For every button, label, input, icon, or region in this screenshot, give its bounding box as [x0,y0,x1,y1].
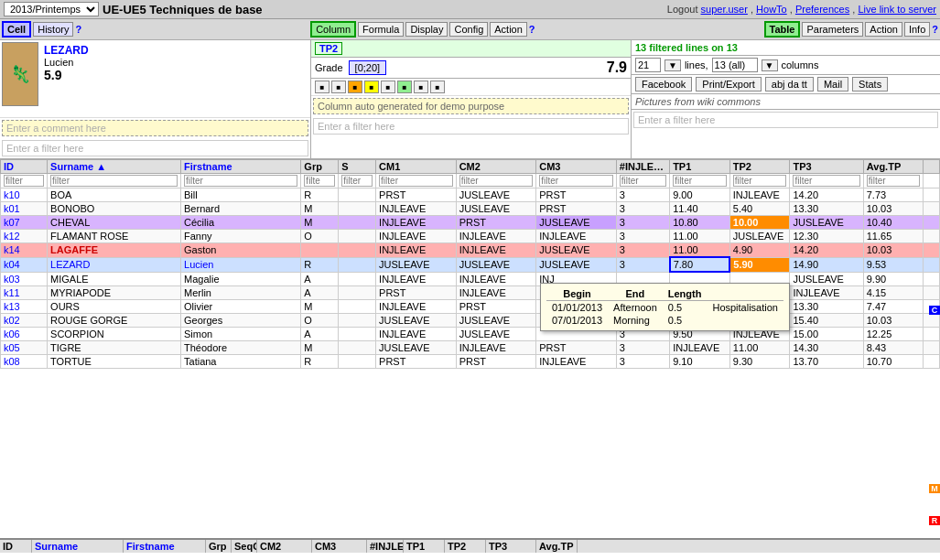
cell-avg[interactable]: 10.70 [863,354,924,368]
display-button[interactable]: Display [405,22,448,37]
cell-s[interactable] [339,257,376,272]
header-grp[interactable]: Grp [301,160,339,174]
cell-cm3[interactable]: JUSLEAVE [536,257,617,272]
cell-tp1[interactable]: 10.80 [670,216,730,230]
table-row[interactable]: k11MYRIAPODEMerlinAPRSTINJLEAVEINJINJLEA… [1,285,940,299]
cell-s[interactable] [339,285,376,299]
howto-link[interactable]: HowTo [756,4,787,15]
table-row[interactable]: k10BOABillRPRSTJUSLEAVEPRST39.00INJLEAVE… [1,188,940,202]
filter-inj[interactable] [620,175,666,187]
cell-tp2[interactable]: 4.90 [729,243,790,258]
cell-tp3[interactable]: 14.90 [790,257,863,272]
cell-cm3[interactable]: PRST [536,202,617,216]
live-link[interactable]: Live link to server [858,4,936,15]
cell-cm1[interactable]: JUSLEAVE [376,340,457,354]
lines-down-btn[interactable]: ▼ [664,59,681,71]
cell-tp3[interactable]: 14.20 [790,243,863,258]
comment-input[interactable]: Enter a comment here [2,120,308,136]
icon5[interactable]: ■ [381,81,395,93]
cell-surname[interactable]: MIGALE [48,272,181,285]
cell-s[interactable] [339,299,376,313]
cell-cm1[interactable]: PRST [376,354,457,368]
help3[interactable]: ? [932,24,938,35]
cell-tp2[interactable]: 10.00 [729,216,790,230]
cell-id[interactable]: k11 [1,285,48,299]
cell-tp3[interactable]: 13.30 [790,202,863,216]
action2-button[interactable]: Action [865,22,902,37]
mid-filter-input[interactable]: Enter a filter here [313,118,629,135]
cell-cm1[interactable]: INJLEAVE [376,327,457,340]
icon3[interactable]: ■ [348,81,362,93]
cell-cm3[interactable]: INJLEAVE [536,354,617,368]
right-filter-input[interactable]: Enter a filter here [633,112,938,128]
cell-cm1[interactable]: INJLEAVE [376,299,457,313]
cell-grp[interactable]: M [301,340,339,354]
cell-cm3[interactable]: JUSLEAVE [536,216,617,230]
cell-cm2[interactable]: PRST [456,299,536,313]
period-selector[interactable]: 2013/Printemps [4,2,99,16]
cell-tp1[interactable]: 7.80 [670,257,730,272]
cell-cm2[interactable]: JUSLEAVE [456,188,536,202]
cell-avg[interactable]: 12.25 [863,327,924,340]
help2[interactable]: ? [529,24,535,35]
cell-tp3[interactable]: 13.30 [790,299,863,313]
cell-id[interactable]: k01 [1,202,48,216]
cell-tp2[interactable]: 5.90 [729,257,790,272]
cell-id[interactable]: k14 [1,243,48,258]
header-tp2[interactable]: TP2 [729,160,790,174]
header-firstname[interactable]: Firstname [181,160,301,174]
cell-s[interactable] [339,354,376,368]
cell-s[interactable] [339,340,376,354]
cell-surname[interactable]: MYRIAPODE [48,285,181,299]
table-row[interactable]: k13OURSOlivierMINJLEAVEPRSTPR13.307.47 [1,299,940,313]
icon7[interactable]: ■ [414,81,428,93]
cell-tp3[interactable]: 14.20 [790,188,863,202]
filter-cm1[interactable] [379,175,453,187]
cell-cm1[interactable]: INJLEAVE [376,202,457,216]
table-row[interactable]: k07CHEVALCéciliaMINJLEAVEPRSTJUSLEAVE310… [1,216,940,230]
left-filter-input[interactable]: Enter a filter here [2,140,308,156]
cell-avg[interactable]: 4.15 [863,285,924,299]
cell-surname[interactable]: BONOBO [48,202,181,216]
cell-firstname[interactable]: Olivier [181,299,301,313]
lines-input[interactable] [635,58,661,72]
cell-inj[interactable]: 3 [616,216,669,230]
cell-tp1[interactable]: 11.40 [670,202,730,216]
cell-s[interactable] [339,243,376,258]
cell-firstname[interactable]: Tatiana [181,354,301,368]
cell-tp2[interactable]: JUSLEAVE [729,230,790,243]
help1[interactable]: ? [75,24,81,35]
cell-inj[interactable]: 3 [616,202,669,216]
cell-grp[interactable]: M [301,299,339,313]
cell-firstname[interactable]: Bill [181,188,301,202]
cell-tp1[interactable]: 11.00 [670,230,730,243]
cell-firstname[interactable]: Merlin [181,285,301,299]
cell-tp2[interactable]: 5.40 [729,202,790,216]
cell-firstname[interactable]: Magalie [181,272,301,285]
cell-surname[interactable]: CHEVAL [48,216,181,230]
cell-tp1[interactable]: 9.00 [670,188,730,202]
filter-firstname[interactable] [184,175,297,187]
cell-id[interactable]: k07 [1,216,48,230]
cell-grp[interactable]: A [301,272,339,285]
cell-grp[interactable]: R [301,257,339,272]
cell-avg[interactable]: 10.03 [863,202,924,216]
cell-firstname[interactable]: Georges [181,313,301,327]
table-row[interactable]: k14LAGAFFEGastonINJLEAVEINJLEAVEJUSLEAVE… [1,243,940,258]
cell-tp3[interactable]: 12.30 [790,230,863,243]
cell-grp[interactable]: O [301,313,339,327]
cell-cm3[interactable]: PRST [536,188,617,202]
table-row[interactable]: k04LEZARDLucienRJUSLEAVEJUSLEAVEJUSLEAVE… [1,257,940,272]
cell-tp1[interactable]: 9.10 [670,354,730,368]
cell-firstname[interactable]: Gaston [181,243,301,258]
cell-surname[interactable]: LAGAFFE [48,243,181,258]
table-row[interactable]: k03MIGALEMagalieAINJLEAVEINJLEAVEINJJUSL… [1,272,940,285]
cell-surname[interactable]: ROUGE GORGE [48,313,181,327]
cell-button[interactable]: Cell [2,21,31,38]
cell-cm2[interactable]: JUSLEAVE [456,202,536,216]
cell-avg[interactable]: 7.47 [863,299,924,313]
facebook-btn[interactable]: Facebook [635,77,692,92]
cell-firstname[interactable]: Cécilia [181,216,301,230]
cell-s[interactable] [339,230,376,243]
cell-s[interactable] [339,327,376,340]
